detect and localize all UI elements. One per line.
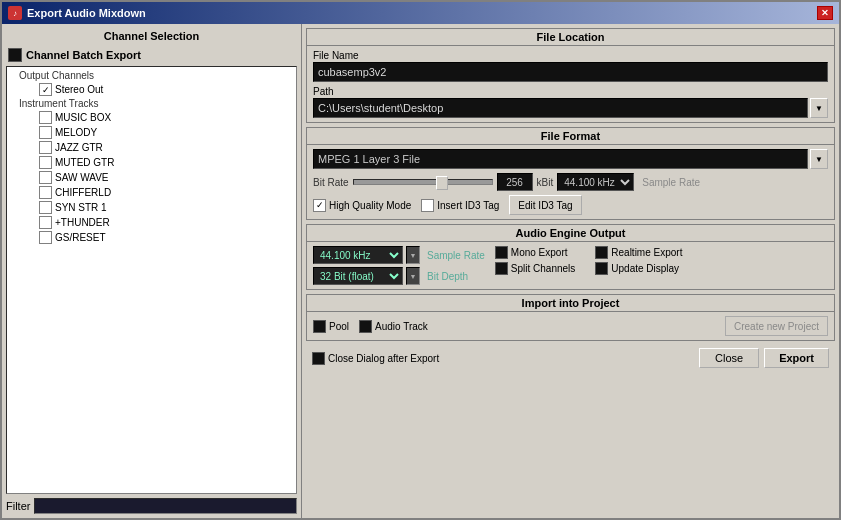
insert-id3-label: Insert ID3 Tag (437, 200, 499, 211)
right-panel: File Location File Name Path ▼ File Form… (302, 24, 839, 518)
close-button[interactable]: Close (699, 348, 759, 368)
list-item[interactable]: SYN STR 1 (9, 200, 294, 215)
list-item[interactable]: MUSIC BOX (9, 110, 294, 125)
track-checkbox-7[interactable] (39, 201, 52, 214)
import-project-header: Import into Project (307, 295, 834, 312)
khz-select[interactable]: 44.100 kHz (557, 173, 634, 191)
output-channels-label: Output Channels (19, 70, 94, 81)
stereo-out-item[interactable]: ✓ Stereo Out (9, 82, 294, 97)
track-checkbox-2[interactable] (39, 126, 52, 139)
track-checkbox-4[interactable] (39, 156, 52, 169)
path-label: Path (313, 86, 828, 97)
realtime-export-row: Realtime Export (595, 246, 682, 259)
sample-rate-label: Sample Rate (642, 177, 700, 188)
audio-track-row: Audio Track (359, 320, 428, 333)
track-checkbox-3[interactable] (39, 141, 52, 154)
split-channels-checkbox[interactable] (495, 262, 508, 275)
filter-input[interactable] (34, 498, 297, 514)
file-location-header: File Location (307, 29, 834, 46)
insert-id3-checkbox[interactable] (421, 199, 434, 212)
filter-label: Filter (6, 500, 30, 512)
path-input[interactable] (313, 98, 808, 118)
update-display-label: Update Display (611, 263, 679, 274)
pool-row: Pool (313, 320, 349, 333)
bit-depth-dropdown[interactable]: 32 Bit (float) (313, 267, 403, 285)
file-location-section: File Location File Name Path ▼ (306, 28, 835, 123)
audio-engine-header: Audio Engine Output (307, 225, 834, 242)
path-browse-button[interactable]: ▼ (810, 98, 828, 118)
list-item[interactable]: +THUNDER (9, 215, 294, 230)
high-quality-checkbox[interactable] (313, 199, 326, 212)
kbit-unit: kBit (537, 177, 554, 188)
file-name-input[interactable] (313, 62, 828, 82)
pool-checkbox[interactable] (313, 320, 326, 333)
channel-batch-row: Channel Batch Export (6, 46, 297, 64)
list-item[interactable]: MELODY (9, 125, 294, 140)
bitrate-slider-thumb[interactable] (436, 176, 448, 190)
file-format-section: File Format MPEG 1 Layer 3 File ▼ Bit Ra… (306, 127, 835, 220)
realtime-export-label: Realtime Export (611, 247, 682, 258)
audio-track-label: Audio Track (375, 321, 428, 332)
insert-id3-checkbox-label[interactable]: Insert ID3 Tag (421, 199, 499, 212)
instrument-tracks-group: Instrument Tracks (9, 97, 294, 110)
mono-export-label: Mono Export (511, 247, 568, 258)
bit-depth-dropdown-arrow[interactable]: ▼ (406, 267, 420, 285)
track-checkbox-8[interactable] (39, 216, 52, 229)
app-icon: ♪ (8, 6, 22, 20)
stereo-out-checkbox[interactable]: ✓ (39, 83, 52, 96)
track-checkbox-1[interactable] (39, 111, 52, 124)
update-display-row: Update Display (595, 262, 682, 275)
title-bar: ♪ Export Audio Mixdown ✕ (2, 2, 839, 24)
window-title: Export Audio Mixdown (27, 7, 146, 19)
audio-track-checkbox[interactable] (359, 320, 372, 333)
close-dialog-checkbox[interactable] (312, 352, 325, 365)
pool-label: Pool (329, 321, 349, 332)
import-project-section: Import into Project Pool Audio Track Cre… (306, 294, 835, 341)
stereo-out-label: Stereo Out (55, 84, 103, 95)
track-checkbox-9[interactable] (39, 231, 52, 244)
close-dialog-label: Close Dialog after Export (328, 353, 439, 364)
format-select[interactable]: MPEG 1 Layer 3 File (313, 149, 808, 169)
realtime-export-checkbox[interactable] (595, 246, 608, 259)
export-button[interactable]: Export (764, 348, 829, 368)
audio-sample-rate-label: Sample Rate (427, 250, 485, 261)
high-quality-checkbox-label[interactable]: High Quality Mode (313, 199, 411, 212)
channel-batch-checkbox[interactable] (8, 48, 22, 62)
edit-id3-button[interactable]: Edit ID3 Tag (509, 195, 581, 215)
audio-engine-section: Audio Engine Output 44.100 kHz ▼ Sample … (306, 224, 835, 290)
update-display-checkbox[interactable] (595, 262, 608, 275)
list-item[interactable]: MUTED GTR (9, 155, 294, 170)
track-checkbox-6[interactable] (39, 186, 52, 199)
channel-batch-label: Channel Batch Export (26, 49, 141, 61)
bit-depth-label: Bit Depth (427, 271, 468, 282)
close-dialog-row: Close Dialog after Export (312, 352, 439, 365)
filter-bar: Filter (6, 498, 297, 514)
instrument-tracks-label: Instrument Tracks (19, 98, 98, 109)
split-channels-label: Split Channels (511, 263, 575, 274)
mono-export-row: Mono Export (495, 246, 575, 259)
list-item[interactable]: JAZZ GTR (9, 140, 294, 155)
kbit-input[interactable] (497, 173, 533, 191)
bitrate-slider-track (353, 179, 493, 185)
list-item[interactable]: SAW WAVE (9, 170, 294, 185)
list-item[interactable]: CHIFFERLD (9, 185, 294, 200)
channel-selection-header: Channel Selection (6, 28, 297, 46)
sample-rate-dropdown[interactable]: 44.100 kHz (313, 246, 403, 264)
channel-tree[interactable]: Output Channels ✓ Stereo Out Instrument … (6, 66, 297, 494)
main-window: ♪ Export Audio Mixdown ✕ Channel Selecti… (0, 0, 841, 520)
high-quality-label: High Quality Mode (329, 200, 411, 211)
format-dropdown-button[interactable]: ▼ (810, 149, 828, 169)
left-panel: Channel Selection Channel Batch Export O… (2, 24, 302, 518)
split-channels-row: Split Channels (495, 262, 575, 275)
list-item[interactable]: GS/RESET (9, 230, 294, 245)
bottom-section: Close Dialog after Export Close Export (306, 345, 835, 371)
sample-rate-dropdown-arrow[interactable]: ▼ (406, 246, 420, 264)
output-channels-group: Output Channels (9, 69, 294, 82)
create-project-button[interactable]: Create new Project (725, 316, 828, 336)
file-format-header: File Format (307, 128, 834, 145)
file-name-label: File Name (313, 50, 828, 61)
mono-export-checkbox[interactable] (495, 246, 508, 259)
window-close-button[interactable]: ✕ (817, 6, 833, 20)
bit-rate-label: Bit Rate (313, 177, 349, 188)
track-checkbox-5[interactable] (39, 171, 52, 184)
